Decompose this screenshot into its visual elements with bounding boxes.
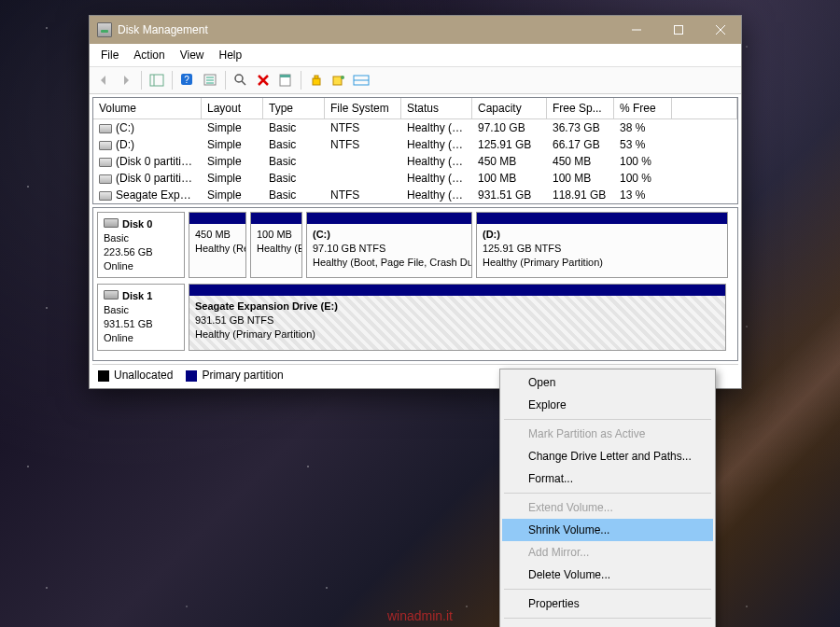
col-type[interactable]: Type (263, 98, 325, 119)
col-capacity[interactable]: Capacity (472, 98, 547, 119)
action-icon[interactable] (306, 70, 327, 91)
swatch-navy-icon (186, 370, 197, 382)
svg-point-12 (341, 76, 344, 79)
context-menu-item: Mark Partition as Active (502, 423, 713, 445)
col-layout[interactable]: Layout (202, 98, 263, 119)
partition-box[interactable]: Seagate Expansion Drive (E:)931.51 GB NT… (189, 284, 726, 350)
partition-bar (307, 213, 471, 224)
maximize-button[interactable] (657, 16, 699, 44)
properties-icon[interactable] (275, 70, 296, 91)
context-menu-item: Extend Volume... (502, 496, 713, 519)
volume-icon (99, 174, 112, 184)
table-row[interactable]: (Disk 0 partition 1)SimpleBasicHealthy (… (93, 153, 737, 170)
partition-box[interactable]: 100 MBHealthy (EF (250, 212, 302, 278)
list-icon[interactable] (351, 70, 371, 91)
partition-bar (189, 213, 245, 224)
table-row[interactable]: Seagate Expansio...SimpleBasicNTFSHealth… (93, 187, 737, 203)
table-row[interactable]: (C:)SimpleBasicNTFSHealthy (B...97.10 GB… (93, 119, 737, 136)
context-menu-item[interactable]: Help (502, 621, 713, 627)
context-menu-separator (504, 419, 711, 420)
context-menu: OpenExploreMark Partition as ActiveChang… (499, 369, 716, 627)
swatch-black-icon (98, 370, 109, 382)
menu-action[interactable]: Action (126, 46, 172, 64)
menu-file[interactable]: File (93, 46, 126, 64)
volume-list[interactable]: Volume Layout Type File System Status Ca… (92, 97, 738, 204)
menubar: File Action View Help (90, 44, 741, 67)
col-volume[interactable]: Volume (93, 98, 202, 119)
legend-primary: Primary partition (186, 369, 283, 382)
watermark: winadmin.it (387, 608, 453, 623)
disk-label[interactable]: Disk 1Basic931.51 GBOnline (97, 284, 185, 350)
context-menu-item[interactable]: Change Drive Letter and Paths... (502, 445, 713, 467)
close-button[interactable] (699, 16, 741, 44)
menu-help[interactable]: Help (212, 46, 250, 64)
minimize-button[interactable] (615, 16, 657, 44)
col-filesystem[interactable]: File System (325, 98, 401, 119)
context-menu-item[interactable]: Properties (502, 592, 713, 615)
svg-point-6 (235, 75, 243, 82)
partition-bar (251, 213, 301, 224)
context-menu-item[interactable]: Open (502, 371, 713, 394)
volume-icon (99, 141, 112, 150)
volume-icon (99, 158, 112, 167)
svg-text:?: ? (184, 75, 189, 85)
svg-rect-1 (150, 75, 163, 86)
disk-row: Disk 0Basic223.56 GBOnline450 MBHealthy … (97, 212, 734, 278)
col-freespace[interactable]: Free Sp... (547, 98, 614, 119)
legend-unallocated: Unallocated (98, 369, 173, 382)
delete-icon[interactable] (253, 70, 273, 91)
app-icon (97, 22, 112, 37)
context-menu-item[interactable]: Shrink Volume... (502, 519, 713, 541)
context-menu-item[interactable]: Delete Volume... (502, 564, 713, 586)
col-pctfree[interactable]: % Free (614, 98, 672, 119)
table-row[interactable]: (D:)SimpleBasicNTFSHealthy (P...125.91 G… (93, 136, 737, 153)
svg-rect-0 (674, 26, 682, 35)
table-row[interactable]: (Disk 0 partition 2)SimpleBasicHealthy (… (93, 170, 737, 187)
disk-label[interactable]: Disk 0Basic223.56 GBOnline (97, 212, 185, 278)
refresh-icon[interactable] (200, 70, 220, 91)
partition-box[interactable]: (C:)97.10 GB NTFSHealthy (Boot, Page Fil… (306, 212, 472, 278)
col-spacer (672, 98, 737, 119)
volume-icon (99, 191, 112, 201)
window-title: Disk Management (118, 23, 615, 36)
menu-view[interactable]: View (173, 46, 212, 64)
svg-rect-9 (313, 78, 320, 85)
partition-box[interactable]: (D:)125.91 GB NTFSHealthy (Primary Parti… (476, 212, 728, 278)
disk-row: Disk 1Basic931.51 GBOnlineSeagate Expans… (97, 284, 734, 350)
svg-rect-10 (315, 76, 318, 78)
toolbar-separator (141, 71, 142, 90)
graphical-view: Disk 0Basic223.56 GBOnline450 MBHealthy … (92, 207, 738, 361)
show-hide-console-tree-icon[interactable] (147, 70, 167, 91)
titlebar[interactable]: Disk Management (90, 16, 741, 44)
context-menu-separator (504, 618, 711, 619)
disk-icon (104, 218, 119, 228)
disk-icon (104, 290, 119, 300)
toolbar: ? (90, 67, 741, 94)
context-menu-separator (504, 589, 711, 590)
partition-bar (477, 213, 727, 224)
volume-icon (99, 124, 112, 133)
context-menu-separator (504, 493, 711, 494)
rescan-icon[interactable] (231, 70, 251, 91)
help-icon[interactable]: ? (177, 70, 198, 91)
back-button[interactable] (93, 70, 114, 91)
disk-management-window: Disk Management File Action View Help ? … (89, 15, 742, 389)
forward-button[interactable] (116, 70, 136, 91)
context-menu-item[interactable]: Explore (502, 394, 713, 416)
partition-box[interactable]: 450 MBHealthy (Recove (189, 212, 246, 278)
partition-bar (189, 285, 725, 296)
context-menu-item[interactable]: Format... (502, 467, 713, 490)
svg-rect-11 (333, 77, 342, 85)
column-headers: Volume Layout Type File System Status Ca… (93, 98, 737, 119)
settings-icon[interactable] (329, 70, 349, 91)
context-menu-item: Add Mirror... (502, 541, 713, 564)
svg-rect-8 (280, 75, 290, 77)
col-status[interactable]: Status (401, 98, 472, 119)
